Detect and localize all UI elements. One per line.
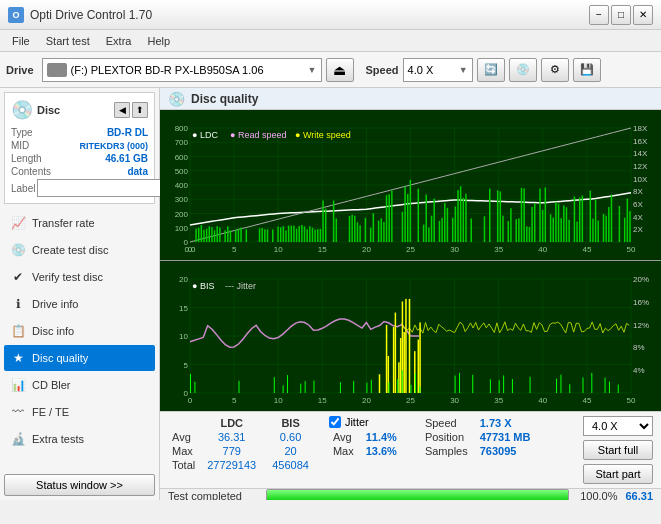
content-area: 💿 Disc quality LDC BIS [160,88,661,500]
nav-cd-bler-label: CD Bler [32,379,71,391]
nav-create-test-disc-label: Create test disc [32,244,108,256]
avg-ldc: 36.31 [199,430,264,444]
menu-file[interactable]: File [4,33,38,49]
disc-quality-header-icon: 💿 [168,91,185,107]
maximize-button[interactable]: □ [611,5,631,25]
position-key: Position [421,430,472,444]
disc-info-icon: 📋 [10,323,26,339]
total-bis: 456084 [264,458,317,472]
disc-label-row: Label 🔍 [11,179,148,197]
mid-value: RITEKDR3 (000) [79,141,148,151]
position-val: 47731 MB [472,430,539,444]
jitter-max-value: 13.6% [358,444,405,458]
disc-action-2[interactable]: ⬆ [132,102,148,118]
stats-area: LDC BIS Avg 36.31 0.60 Max 779 20 Tota [160,411,661,488]
nav-verify-test-disc[interactable]: ✔ Verify test disc [4,264,155,290]
disc-mid-row: MID RITEKDR3 (000) [11,140,148,151]
close-button[interactable]: ✕ [633,5,653,25]
avg-bis: 0.60 [264,430,317,444]
label-input[interactable] [37,179,170,197]
samples-key: Samples [421,444,472,458]
nav-cd-bler[interactable]: 📊 CD Bler [4,372,155,398]
nav-create-test-disc[interactable]: 💿 Create test disc [4,237,155,263]
max-label: Max [168,444,199,458]
max-ldc: 779 [199,444,264,458]
disc-panel-title: Disc [37,104,60,116]
jitter-avg-label: Avg [329,430,358,444]
progress-bar-area: Test completed 100.0% 66.31 [160,488,661,500]
ldc-bis-stats: LDC BIS Avg 36.31 0.60 Max 779 20 Tota [168,416,317,472]
disc-quality-header: 💿 Disc quality [160,88,661,110]
menu-extra[interactable]: Extra [98,33,140,49]
drive-selector[interactable]: (F:) PLEXTOR BD-R PX-LB950SA 1.06 ▼ [42,58,322,82]
transfer-rate-icon: 📈 [10,215,26,231]
nav-verify-test-disc-label: Verify test disc [32,271,103,283]
charts-container [160,110,661,411]
nav-extra-tests-label: Extra tests [32,433,84,445]
save-button[interactable]: 💾 [573,58,601,82]
speed-arrow: ▼ [459,65,468,75]
nav-fe-te[interactable]: 〰 FE / TE [4,399,155,425]
verify-test-disc-icon: ✔ [10,269,26,285]
window-controls: − □ ✕ [589,5,653,25]
nav-transfer-rate-label: Transfer rate [32,217,95,229]
toolbar: Drive (F:) PLEXTOR BD-R PX-LB950SA 1.06 … [0,52,661,88]
jitter-label: Jitter [345,416,369,428]
status-text: Test completed [168,490,258,500]
total-label: Total [168,458,199,472]
speed-selector[interactable]: 4.0 X ▼ [403,58,473,82]
length-value: 46.61 GB [105,153,148,164]
avg-label: Avg [168,430,199,444]
nav-extra-tests[interactable]: 🔬 Extra tests [4,426,155,452]
menu-start-test[interactable]: Start test [38,33,98,49]
start-full-button[interactable]: Start full [583,440,653,460]
settings-button[interactable]: ⚙ [541,58,569,82]
nav-disc-info[interactable]: 📋 Disc info [4,318,155,344]
ldc-header: LDC [199,416,264,430]
contents-label: Contents [11,166,51,177]
create-test-disc-icon: 💿 [10,242,26,258]
drive-icon [47,63,67,77]
speed-key: Speed [421,416,472,430]
disc-quality-icon: ★ [10,350,26,366]
progress-value: 66.31 [625,490,653,500]
jitter-avg-value: 11.4% [358,430,405,444]
menu-help[interactable]: Help [139,33,178,49]
nav-drive-info-label: Drive info [32,298,78,310]
top-chart [160,110,661,261]
nav-drive-info[interactable]: ℹ Drive info [4,291,155,317]
progress-bar [266,489,569,500]
mid-label: MID [11,140,29,151]
disc-action-1[interactable]: ◀ [114,102,130,118]
fe-te-icon: 〰 [10,404,26,420]
status-window-button[interactable]: Status window >> [4,474,155,496]
max-bis: 20 [264,444,317,458]
extra-tests-icon: 🔬 [10,431,26,447]
speed-dropdown[interactable]: 4.0 X 2.0 X 1.0 X [583,416,653,436]
nav-fe-te-label: FE / TE [32,406,69,418]
drive-info-icon: ℹ [10,296,26,312]
refresh-button[interactable]: 🔄 [477,58,505,82]
nav-transfer-rate[interactable]: 📈 Transfer rate [4,210,155,236]
contents-value: data [127,166,148,177]
minimize-button[interactable]: − [589,5,609,25]
speed-val: 1.73 X [472,416,539,430]
title-bar: O Opti Drive Control 1.70 − □ ✕ [0,0,661,30]
start-part-button[interactable]: Start part [583,464,653,484]
burn-button[interactable]: 💿 [509,58,537,82]
speed-label: Speed [366,64,399,76]
eject-button[interactable]: ⏏ [326,58,354,82]
jitter-checkbox[interactable] [329,416,341,428]
title-bar-left: O Opti Drive Control 1.70 [8,7,152,23]
type-label: Type [11,127,33,138]
disc-quality-title: Disc quality [191,92,258,106]
jitter-stats: Jitter Avg 11.4% Max 13.6% [329,416,405,458]
app-icon: O [8,7,24,23]
disc-length-row: Length 46.61 GB [11,153,148,164]
nav-disc-quality[interactable]: ★ Disc quality [4,345,155,371]
drive-dropdown-arrow: ▼ [308,65,317,75]
disc-panel: 💿 Disc ◀ ⬆ Type BD-R DL MID RITEKDR3 (00… [4,92,155,204]
ldc-chart-canvas [160,110,661,260]
disc-type-row: Type BD-R DL [11,127,148,138]
speed-stats: Speed 1.73 X Position 47731 MB Samples 7… [421,416,575,458]
